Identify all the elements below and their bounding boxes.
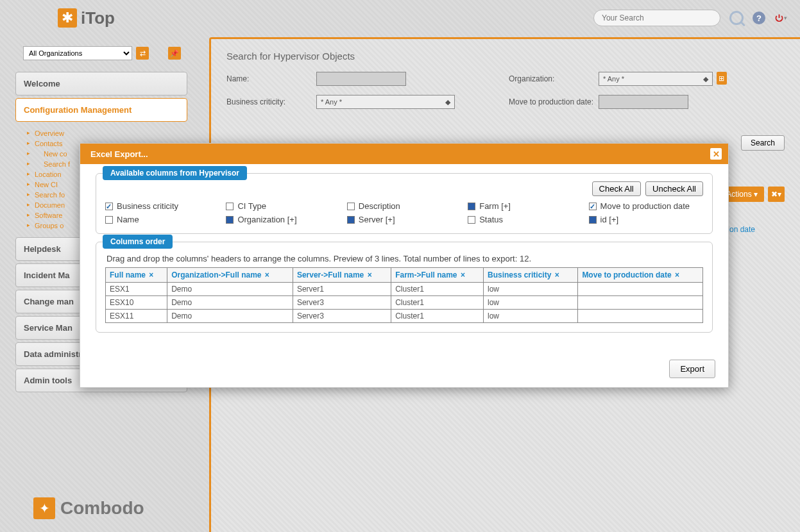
column-checkbox-business-criticity[interactable]: Business criticity bbox=[105, 201, 219, 211]
column-checkbox-id-[interactable]: id [+] bbox=[589, 215, 703, 224]
menu-welcome[interactable]: Welcome bbox=[15, 72, 187, 96]
footer-logo-text: Combodo bbox=[60, 498, 144, 519]
select-org[interactable]: * Any *◆ bbox=[599, 72, 713, 86]
column-checkbox-status[interactable]: Status bbox=[468, 215, 582, 224]
close-icon[interactable]: ✕ bbox=[710, 148, 722, 160]
export-button[interactable]: Export bbox=[669, 360, 715, 378]
col-header[interactable]: Server->Full name × bbox=[293, 268, 391, 283]
logo: ✱ iTop bbox=[58, 8, 115, 28]
preview-table: Full name ×Organization->Full name ×Serv… bbox=[105, 267, 703, 323]
excel-export-dialog: Excel Export... ✕ Available columns from… bbox=[80, 143, 729, 388]
col-header[interactable]: Business criticity × bbox=[484, 268, 578, 283]
column-link[interactable]: ion date bbox=[728, 225, 755, 234]
column-checkbox-organization-[interactable]: Organization [+] bbox=[226, 215, 340, 224]
page-title: Search for Hypervisor Objects bbox=[226, 51, 785, 62]
org-pin-button[interactable]: 📌 bbox=[168, 47, 181, 60]
col-header[interactable]: Full name × bbox=[106, 268, 167, 283]
logo-icon: ✱ bbox=[58, 8, 77, 28]
column-checkbox-move-to-production-date[interactable]: Move to production date bbox=[589, 201, 703, 211]
col-header[interactable]: Farm->Full name × bbox=[391, 268, 484, 283]
search-icon[interactable] bbox=[729, 11, 744, 25]
column-checkbox-farm-[interactable]: Farm [+] bbox=[468, 201, 582, 211]
table-row: ESX1DemoServer1Cluster1low bbox=[106, 283, 703, 296]
help-icon[interactable]: ? bbox=[753, 12, 765, 24]
org-tree-button[interactable]: ⊞ bbox=[717, 72, 727, 85]
col-header[interactable]: Move to production date × bbox=[578, 268, 703, 283]
tools-button[interactable]: ✖▾ bbox=[768, 187, 785, 202]
dialog-title: Excel Export... bbox=[90, 149, 148, 159]
footer-logo: ✦ Combodo bbox=[33, 497, 144, 519]
footer-logo-icon: ✦ bbox=[33, 497, 55, 519]
menu-config-mgmt[interactable]: Configuration Management bbox=[15, 98, 187, 122]
org-selector[interactable]: All Organizations bbox=[23, 46, 132, 60]
select-biz[interactable]: * Any *◆ bbox=[316, 95, 455, 109]
logo-text: iTop bbox=[81, 8, 115, 28]
instruction-text: Drag and drop the columns' headers to ar… bbox=[106, 254, 702, 263]
available-columns-legend: Available columns from Hypervisor bbox=[103, 166, 247, 180]
global-search-input[interactable] bbox=[593, 10, 720, 26]
col-header[interactable]: Organization->Full name × bbox=[167, 268, 293, 283]
power-icon[interactable]: ▾ bbox=[774, 12, 787, 24]
org-filter-button[interactable]: ⇄ bbox=[136, 47, 149, 60]
label-org: Organization: bbox=[470, 74, 599, 83]
table-row: ESX11DemoServer3Cluster1low bbox=[106, 310, 703, 323]
check-all-button[interactable]: Check All bbox=[592, 181, 641, 196]
column-checkbox-description[interactable]: Description bbox=[347, 201, 461, 211]
search-button[interactable]: Search bbox=[741, 135, 785, 151]
column-checkbox-ci-type[interactable]: CI Type bbox=[226, 201, 340, 211]
input-prod-date[interactable] bbox=[599, 95, 688, 109]
label-prod: Move to production date: bbox=[470, 97, 599, 106]
label-name: Name: bbox=[226, 74, 316, 83]
label-biz: Business criticity: bbox=[226, 97, 316, 106]
columns-order-legend: Columns order bbox=[103, 235, 173, 249]
table-row: ESX10DemoServer3Cluster1low bbox=[106, 296, 703, 310]
submenu-overview[interactable]: Overview bbox=[35, 128, 187, 138]
input-name[interactable] bbox=[316, 72, 406, 86]
column-checkbox-server-[interactable]: Server [+] bbox=[347, 215, 461, 224]
column-checkbox-name[interactable]: Name bbox=[105, 215, 219, 224]
uncheck-all-button[interactable]: Uncheck All bbox=[645, 181, 703, 196]
